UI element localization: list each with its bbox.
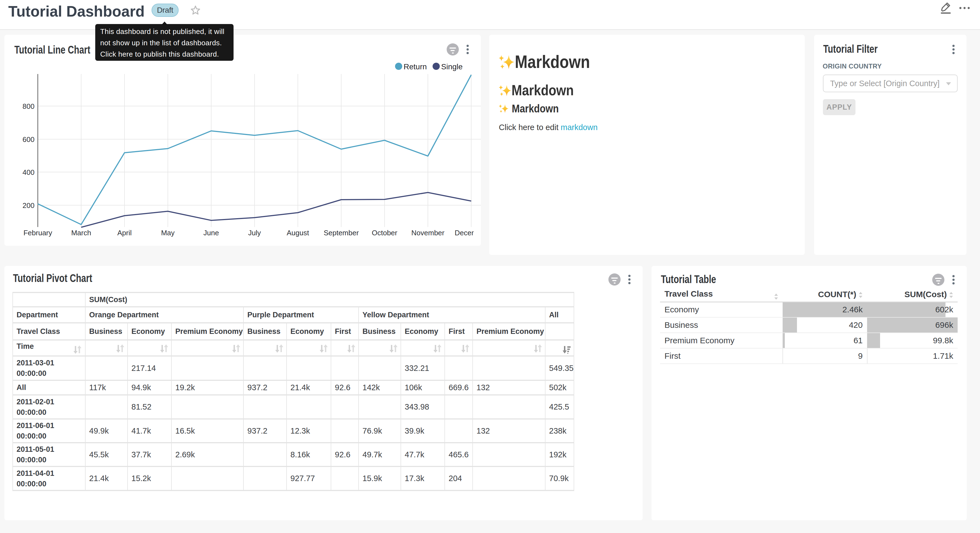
svg-text:July: July bbox=[248, 229, 261, 237]
svg-text:March: March bbox=[71, 229, 91, 237]
svg-text:May: May bbox=[161, 229, 175, 237]
svg-text:September: September bbox=[323, 229, 359, 237]
svg-text:October: October bbox=[372, 229, 398, 237]
svg-text:June: June bbox=[204, 229, 219, 237]
svg-text:600: 600 bbox=[23, 135, 35, 144]
svg-text:200: 200 bbox=[23, 201, 35, 210]
svg-text:August: August bbox=[287, 229, 309, 237]
svg-text:800: 800 bbox=[23, 102, 35, 110]
svg-text:December: December bbox=[455, 229, 481, 237]
svg-text:November: November bbox=[411, 229, 444, 237]
svg-text:400: 400 bbox=[23, 168, 35, 177]
svg-text:February: February bbox=[24, 229, 52, 237]
svg-text:April: April bbox=[117, 229, 132, 237]
